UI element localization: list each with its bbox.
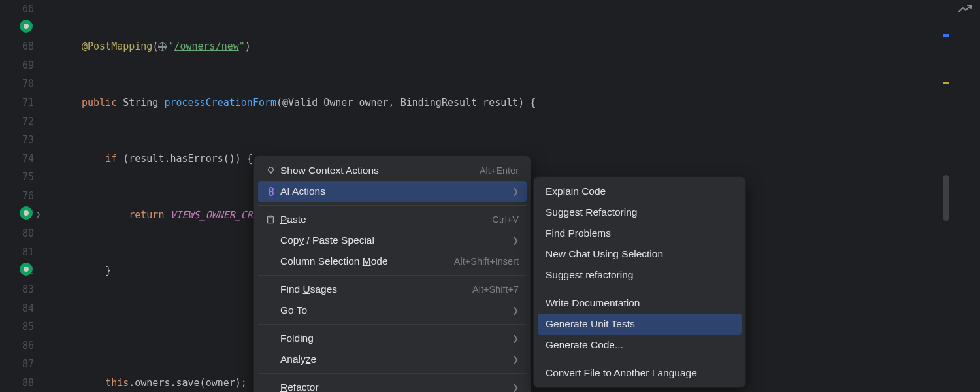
menu-item-label: Folding xyxy=(280,333,506,344)
line-number: 75 xyxy=(0,168,34,187)
condition: (result.hasErrors()) { xyxy=(117,153,253,165)
error-marker[interactable] xyxy=(943,34,949,37)
keyword: if xyxy=(105,153,117,165)
line-number: 83 xyxy=(0,280,34,299)
menu-item[interactable]: PasteCtrl+V xyxy=(258,209,527,230)
line-number: 76 xyxy=(0,187,34,206)
line-number: 80 xyxy=(0,224,34,243)
line-number: 72 xyxy=(0,112,34,131)
menu-divider xyxy=(258,373,527,374)
menu-item[interactable]: Column Selection ModeAlt+Shift+Insert xyxy=(258,251,527,272)
scrollbar-thumb[interactable] xyxy=(943,175,949,221)
menu-item-label: Go To xyxy=(280,304,506,316)
code-text: .owners.save(owner); xyxy=(129,377,247,389)
ai-actions-submenu: Explain CodeSuggest RefactoringFind Prob… xyxy=(533,176,746,388)
chevron-right-icon: ❯ xyxy=(512,187,519,196)
chevron-right-icon[interactable]: ❯ xyxy=(36,210,41,219)
menu-item-label: Suggest Refactoring xyxy=(546,206,734,218)
line-number: 73 xyxy=(0,131,34,150)
annotation: @PostMapping xyxy=(82,41,152,52)
menu-item-shortcut: Alt+Enter xyxy=(480,165,519,176)
menu-item-label: Convert File to Another Language xyxy=(546,367,734,379)
svg-point-0 xyxy=(269,167,274,172)
menu-item[interactable]: Refactor❯ xyxy=(258,377,527,392)
line-number: 69 xyxy=(0,56,34,75)
menu-item-label: Analyze xyxy=(280,353,506,365)
trend-icon[interactable] xyxy=(958,4,972,17)
brace: } xyxy=(105,265,111,276)
menu-item-label: Refactor xyxy=(280,382,506,392)
menu-item-shortcut: Alt+Shift+Insert xyxy=(454,256,519,267)
chevron-right-icon: ❯ xyxy=(512,306,519,315)
right-gutter xyxy=(941,0,980,392)
method-name: processCreationForm xyxy=(164,97,276,108)
line-number: 70 xyxy=(0,74,34,93)
line-number: 84 xyxy=(0,299,34,318)
menu-item-label: Write Documentation xyxy=(546,297,734,309)
line-number: 74 xyxy=(0,150,34,169)
menu-item-label: AI Actions xyxy=(280,186,506,197)
context-menu: Show Context ActionsAlt+EnterAI Actions❯… xyxy=(253,155,531,392)
menu-item-label: Show Context Actions xyxy=(280,165,480,176)
web-icon xyxy=(158,42,167,51)
menu-item-label: Copy / Paste Special xyxy=(280,235,506,246)
menu-item-label: Find Usages xyxy=(280,284,472,295)
chevron-right-icon: ❯ xyxy=(512,355,519,364)
keyword: return xyxy=(129,209,164,221)
menu-item-label: Paste xyxy=(280,214,492,225)
gutter-run-marker[interactable] xyxy=(20,206,33,220)
line-number: 86 xyxy=(0,336,34,355)
menu-item[interactable]: Suggest refactoring xyxy=(538,265,742,286)
menu-item[interactable]: Folding❯ xyxy=(258,328,527,349)
menu-item[interactable]: AI Actions❯ xyxy=(258,181,527,202)
menu-item-label: Generate Code... xyxy=(546,339,734,351)
menu-item-label: Explain Code xyxy=(546,186,734,197)
chevron-right-icon: ❯ xyxy=(512,334,519,343)
ai-icon xyxy=(266,186,280,197)
menu-divider xyxy=(538,289,742,289)
menu-item[interactable]: Go To❯ xyxy=(258,300,527,321)
line-number: 85 xyxy=(0,318,34,336)
clipboard-icon xyxy=(266,215,280,225)
line-number: 71 xyxy=(0,93,34,112)
line-number: 68 xyxy=(0,37,34,56)
menu-divider xyxy=(258,324,527,325)
menu-item[interactable]: Explain Code xyxy=(538,181,742,202)
lightbulb-icon xyxy=(266,166,280,176)
menu-item-shortcut: Ctrl+V xyxy=(492,214,519,225)
menu-item[interactable]: Find UsagesAlt+Shift+7 xyxy=(258,279,527,300)
menu-item[interactable]: Generate Code... xyxy=(538,335,742,355)
line-number: 66 xyxy=(0,0,34,19)
menu-item[interactable]: Suggest Refactoring xyxy=(538,202,742,223)
menu-item[interactable]: Write Documentation xyxy=(538,293,742,314)
params: (@Valid Owner owner, BindingResult resul… xyxy=(276,97,536,108)
menu-item[interactable]: Show Context ActionsAlt+Enter xyxy=(258,160,527,181)
line-number: 87 xyxy=(0,355,34,374)
menu-divider xyxy=(258,205,527,206)
line-number: 81 xyxy=(0,243,34,262)
menu-item-label: Column Selection Mode xyxy=(280,255,454,267)
line-number-gutter: 6667686970717273747576778081828384858687… xyxy=(0,0,46,392)
menu-item[interactable]: Convert File to Another Language xyxy=(538,363,742,384)
menu-divider xyxy=(258,275,527,276)
warning-marker[interactable] xyxy=(943,82,949,84)
type: String xyxy=(123,97,158,108)
gutter-run-marker[interactable] xyxy=(20,20,33,33)
menu-item-shortcut: Alt+Shift+7 xyxy=(472,284,519,295)
url-string: /owners/new xyxy=(174,41,238,52)
line-number: 88 xyxy=(0,374,34,392)
keyword: public xyxy=(82,97,117,108)
menu-item-label: New Chat Using Selection xyxy=(546,248,734,260)
menu-item[interactable]: Find Problems xyxy=(538,223,742,244)
chevron-right-icon: ❯ xyxy=(512,236,519,245)
keyword: this xyxy=(105,377,129,389)
menu-item[interactable]: New Chat Using Selection xyxy=(538,244,742,265)
menu-item[interactable]: Copy / Paste Special❯ xyxy=(258,230,527,251)
menu-item[interactable]: Generate Unit Tests xyxy=(538,314,742,335)
chevron-right-icon: ❯ xyxy=(512,383,519,392)
menu-divider xyxy=(538,359,742,359)
menu-item[interactable]: Analyze❯ xyxy=(258,349,527,370)
gutter-run-marker[interactable] xyxy=(20,263,33,276)
menu-item-label: Suggest refactoring xyxy=(546,269,734,281)
menu-item-label: Generate Unit Tests xyxy=(546,318,734,330)
